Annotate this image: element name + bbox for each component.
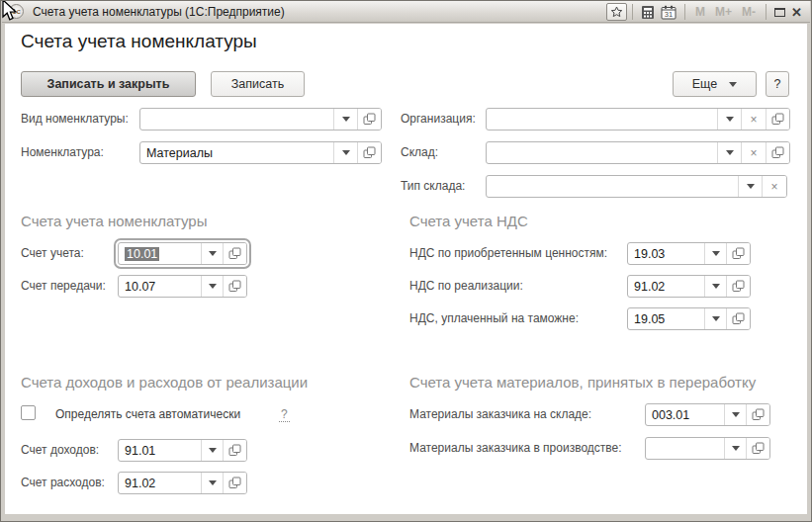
- dropdown-arrow-icon: [209, 480, 217, 485]
- auto-accounts-checkbox[interactable]: [21, 405, 36, 420]
- tip-sklada-label: Тип склада:: [401, 179, 465, 193]
- schet-ucheta-input[interactable]: 10.01: [119, 243, 201, 264]
- help-button[interactable]: ?: [766, 71, 789, 97]
- selected-text: 10.01: [125, 247, 159, 261]
- memory-m-plus-button[interactable]: M+: [710, 5, 737, 19]
- dropdown-button[interactable]: [724, 404, 746, 425]
- calendar-button[interactable]: 31: [658, 3, 679, 21]
- titlebar-separator: [766, 4, 767, 20]
- choose-icon: [771, 146, 784, 159]
- sklad-label: Склад:: [401, 145, 438, 159]
- choose-button[interactable]: [726, 276, 750, 297]
- choose-button[interactable]: [223, 243, 246, 264]
- dropdown-button[interactable]: [333, 142, 357, 163]
- dropdown-button[interactable]: [717, 109, 741, 130]
- chevron-down-icon: [729, 82, 737, 87]
- maximize-button[interactable]: [771, 3, 788, 21]
- titlebar-buttons: 31 M M+ M- ✕: [606, 1, 805, 23]
- memory-m-minus-button[interactable]: M-: [737, 5, 761, 19]
- tip-sklada-input[interactable]: [487, 176, 738, 197]
- schet-peredachi-input[interactable]: 10.07: [119, 276, 201, 297]
- titlebar-separator: [632, 4, 633, 20]
- dropdown-button[interactable]: [201, 243, 223, 264]
- more-button-label: Еще: [692, 77, 717, 91]
- schet-ucheta-label: Счет учета:: [21, 246, 84, 260]
- schet-rashodov-label: Счет расходов:: [21, 476, 105, 489]
- dropdown-button[interactable]: [333, 109, 357, 130]
- dropdown-arrow-icon: [209, 251, 217, 256]
- dropdown-button[interactable]: [717, 142, 741, 163]
- auto-accounts-help-link[interactable]: ?: [279, 407, 290, 422]
- nds-realizacii-field: 91.02: [627, 275, 751, 298]
- dropdown-arrow-icon: [209, 448, 217, 453]
- choose-icon: [752, 442, 765, 455]
- dropdown-arrow-icon: [726, 117, 734, 122]
- schet-rashodov-input[interactable]: 91.02: [119, 473, 201, 493]
- choose-button[interactable]: [766, 109, 789, 130]
- choose-button[interactable]: [357, 109, 381, 130]
- save-button[interactable]: Записать: [211, 71, 305, 97]
- dropdown-button[interactable]: [704, 276, 726, 297]
- nds-realizacii-label: НДС по реализации:: [409, 279, 523, 293]
- choose-button[interactable]: [766, 142, 789, 163]
- maximize-icon: [774, 8, 785, 17]
- nds-tamozhne-field: 19.05: [627, 307, 751, 330]
- dropdown-button[interactable]: [201, 473, 223, 493]
- auto-accounts-checkbox-label[interactable]: Определять счета автоматически: [55, 407, 240, 421]
- schet-dohodov-input[interactable]: 91.01: [119, 440, 201, 461]
- dropdown-button[interactable]: [704, 243, 726, 264]
- mat-v-proizvodstve-input[interactable]: [646, 438, 724, 459]
- choose-button[interactable]: [357, 142, 381, 163]
- organizaciya-label: Организация:: [401, 112, 476, 126]
- choose-button[interactable]: [223, 473, 246, 493]
- clear-icon: ×: [750, 114, 757, 126]
- vid-nomenklatury-input[interactable]: [140, 109, 333, 130]
- dropdown-arrow-icon: [732, 446, 740, 451]
- save-and-close-button[interactable]: Записать и закрыть: [21, 71, 196, 97]
- choose-button[interactable]: [223, 276, 246, 297]
- choose-button[interactable]: [223, 440, 246, 461]
- sklad-input[interactable]: [487, 142, 717, 163]
- dropdown-arrow-icon: [712, 251, 720, 256]
- mat-v-proizvodstve-field: [645, 437, 770, 460]
- more-button[interactable]: Еще: [673, 71, 757, 97]
- close-button[interactable]: ✕: [788, 3, 805, 21]
- dropdown-button[interactable]: [201, 440, 223, 461]
- clear-button[interactable]: ×: [762, 176, 786, 197]
- choose-button[interactable]: [746, 404, 769, 425]
- clear-button[interactable]: ×: [741, 109, 766, 130]
- memory-m-button[interactable]: M: [690, 5, 710, 19]
- dropdown-button[interactable]: [704, 308, 726, 329]
- app-window: 1с Счета учета номенклатуры (1С:Предприя…: [0, 0, 812, 522]
- choose-button[interactable]: [726, 243, 750, 264]
- nds-priobretennym-input[interactable]: 19.03: [628, 243, 704, 264]
- dropdown-button[interactable]: [724, 438, 746, 459]
- dropdown-arrow-icon: [342, 117, 350, 122]
- nds-realizacii-input[interactable]: 91.02: [628, 276, 704, 297]
- nds-tamozhne-label: НДС, уплаченный на таможне:: [409, 311, 579, 325]
- mat-na-sklade-input[interactable]: 003.01: [646, 404, 724, 425]
- close-icon: ✕: [791, 6, 802, 19]
- favorites-icon[interactable]: [606, 3, 627, 21]
- dropdown-arrow-icon: [712, 284, 720, 289]
- calculator-button[interactable]: [638, 3, 658, 21]
- organizaciya-field: ×: [486, 108, 790, 130]
- dropdown-arrow-icon: [726, 150, 734, 155]
- dropdown-arrow-icon: [209, 284, 217, 289]
- star-icon: [610, 6, 623, 18]
- nds-tamozhne-input[interactable]: 19.05: [628, 308, 704, 329]
- dropdown-button[interactable]: [201, 276, 223, 297]
- svg-text:31: 31: [665, 10, 673, 19]
- choose-icon: [732, 312, 745, 325]
- clear-button[interactable]: ×: [741, 142, 766, 163]
- choose-button[interactable]: [726, 308, 750, 329]
- dropdown-arrow-icon: [732, 412, 740, 417]
- choose-button[interactable]: [746, 438, 769, 459]
- organizaciya-input[interactable]: [487, 109, 717, 130]
- choose-icon: [732, 247, 745, 260]
- schet-dohodov-label: Счет доходов:: [21, 443, 99, 457]
- app-icon[interactable]: 1с: [9, 4, 24, 19]
- schet-dohodov-field: 91.01: [118, 439, 247, 462]
- dropdown-button[interactable]: [738, 176, 762, 197]
- nomenklatura-input[interactable]: Материалы: [140, 142, 333, 163]
